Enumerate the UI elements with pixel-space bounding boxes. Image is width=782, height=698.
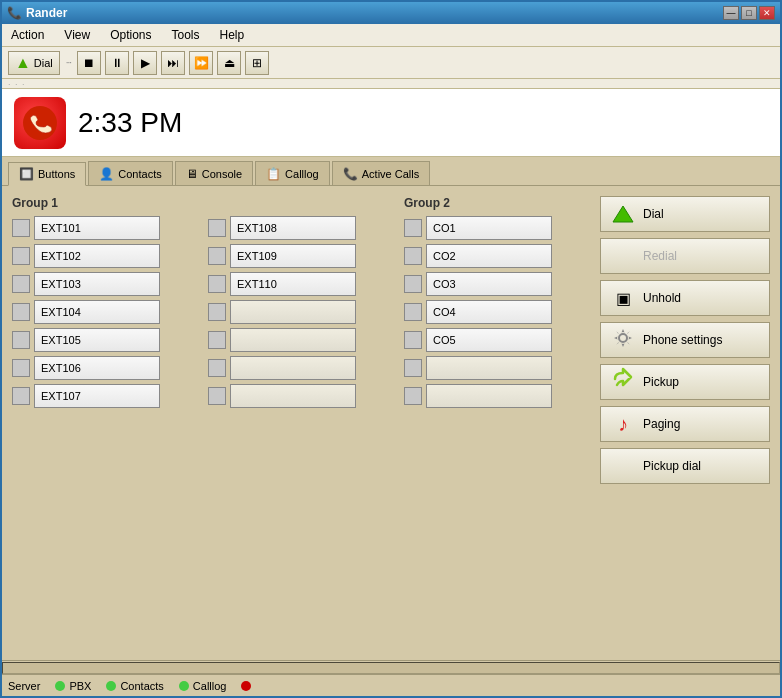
ext-button-ext107[interactable]: EXT107 xyxy=(34,384,160,408)
ext-button-ext103[interactable]: EXT103 xyxy=(34,272,160,296)
group1-title: Group 1 xyxy=(12,196,198,210)
ext-button-ext101[interactable]: EXT101 xyxy=(34,216,160,240)
tab-console-label: Console xyxy=(202,168,242,180)
tab-calllog-label: Calllog xyxy=(285,168,319,180)
menu-tools[interactable]: Tools xyxy=(167,26,205,44)
pickup-icon xyxy=(611,367,635,397)
ext-indicator xyxy=(208,359,226,377)
menu-help[interactable]: Help xyxy=(215,26,250,44)
ext-button-ext105[interactable]: EXT105 xyxy=(34,328,160,352)
pbx-dot xyxy=(55,681,65,691)
ext-indicator xyxy=(404,219,422,237)
ext-button-ext104[interactable]: EXT104 xyxy=(34,300,160,324)
stop-button[interactable]: ⏹ xyxy=(77,51,101,75)
group1-col2-panel: Group 1 EXT108 EXT109 EXT110 xyxy=(208,196,394,650)
status-extra xyxy=(241,681,251,691)
ext-button-co1[interactable]: CO1 xyxy=(426,216,552,240)
tab-buttons[interactable]: 🔲 Buttons xyxy=(8,162,86,186)
list-item xyxy=(404,356,552,380)
pickup-button[interactable]: Pickup xyxy=(600,364,770,400)
menu-bar: Action View Options Tools Help xyxy=(2,24,780,47)
pickup-icon-svg xyxy=(611,367,635,391)
list-item: EXT103 xyxy=(12,272,160,296)
ext-button-co4[interactable]: CO4 xyxy=(426,300,552,324)
ext-indicator xyxy=(12,247,30,265)
ext-indicator xyxy=(208,303,226,321)
grid-button[interactable]: ⊞ xyxy=(245,51,269,75)
ext-button-empty1[interactable] xyxy=(230,300,356,324)
ext-button-ext102[interactable]: EXT102 xyxy=(34,244,160,268)
ext-indicator xyxy=(208,387,226,405)
title-bar: 📞 Rander — □ ✕ xyxy=(2,2,780,24)
ext-button-g2-empty2[interactable] xyxy=(426,384,552,408)
ext-button-ext109[interactable]: EXT109 xyxy=(230,244,356,268)
dial-toolbar-button[interactable]: ▲ Dial xyxy=(8,51,60,75)
ext-indicator xyxy=(12,331,30,349)
menu-options[interactable]: Options xyxy=(105,26,156,44)
minimize-button[interactable]: — xyxy=(723,6,739,20)
redial-button[interactable]: Redial xyxy=(600,238,770,274)
clock-time: 2:33 PM xyxy=(78,107,182,139)
fast-forward-button[interactable]: ⏭ xyxy=(161,51,185,75)
toolbar-grip: ··· xyxy=(66,57,71,68)
dial-button-label: Dial xyxy=(643,207,664,221)
dial-up-arrow-icon xyxy=(611,202,635,226)
list-item: EXT104 xyxy=(12,300,160,324)
server-label: Server xyxy=(8,680,40,692)
main-content: Group 1 EXT101 EXT102 EXT103 xyxy=(2,186,780,660)
ext-button-empty2[interactable] xyxy=(230,328,356,352)
phone-settings-button[interactable]: Phone settings xyxy=(600,322,770,358)
pickup-dial-button-label: Pickup dial xyxy=(643,459,701,473)
status-bar: Server PBX Contacts Calllog xyxy=(2,674,780,696)
list-item: CO1 xyxy=(404,216,552,240)
horizontal-scrollbar[interactable] xyxy=(2,660,780,674)
group1-panel: Group 1 EXT101 EXT102 EXT103 xyxy=(12,196,198,650)
skip-button[interactable]: ⏩ xyxy=(189,51,213,75)
list-item xyxy=(208,300,356,324)
toolbar: ▲ Dial ··· ⏹ ⏸ ▶ ⏭ ⏩ ⏏ ⊞ xyxy=(2,47,780,79)
ext-button-co5[interactable]: CO5 xyxy=(426,328,552,352)
unhold-button[interactable]: ▣ Unhold xyxy=(600,280,770,316)
svg-point-2 xyxy=(619,334,627,342)
ext-button-empty3[interactable] xyxy=(230,356,356,380)
ext-button-empty4[interactable] xyxy=(230,384,356,408)
tab-contacts-label: Contacts xyxy=(118,168,161,180)
unhold-icon: ▣ xyxy=(611,289,635,308)
pickup-button-label: Pickup xyxy=(643,375,679,389)
contacts-dot xyxy=(106,681,116,691)
pbx-label: PBX xyxy=(69,680,91,692)
ext-button-ext108[interactable]: EXT108 xyxy=(230,216,356,240)
play-button[interactable]: ▶ xyxy=(133,51,157,75)
ext-indicator xyxy=(12,275,30,293)
list-item: CO4 xyxy=(404,300,552,324)
unhold-button-label: Unhold xyxy=(643,291,681,305)
title-bar-controls: — □ ✕ xyxy=(723,6,775,20)
menu-action[interactable]: Action xyxy=(6,26,49,44)
tab-contacts-icon: 👤 xyxy=(99,167,114,181)
ext-button-g2-empty1[interactable] xyxy=(426,356,552,380)
pickup-dial-button[interactable]: Pickup dial xyxy=(600,448,770,484)
ext-button-co3[interactable]: CO3 xyxy=(426,272,552,296)
ext-button-co2[interactable]: CO2 xyxy=(426,244,552,268)
ext-indicator xyxy=(404,387,422,405)
pause-button[interactable]: ⏸ xyxy=(105,51,129,75)
tab-calllog[interactable]: 📋 Calllog xyxy=(255,161,330,185)
ext-indicator xyxy=(208,331,226,349)
menu-view[interactable]: View xyxy=(59,26,95,44)
tab-calllog-icon: 📋 xyxy=(266,167,281,181)
group1-col2-buttons: EXT108 EXT109 EXT110 xyxy=(208,216,394,408)
dial-arrow-icon: ▲ xyxy=(15,54,31,72)
paging-button[interactable]: ♪ Paging xyxy=(600,406,770,442)
scrollbar-track[interactable] xyxy=(2,662,780,674)
dial-button[interactable]: Dial xyxy=(600,196,770,232)
maximize-button[interactable]: □ xyxy=(741,6,757,20)
ext-button-ext106[interactable]: EXT106 xyxy=(34,356,160,380)
tab-active-calls[interactable]: 📞 Active Calls xyxy=(332,161,430,185)
ext-button-ext110[interactable]: EXT110 xyxy=(230,272,356,296)
list-item xyxy=(404,384,552,408)
tab-console[interactable]: 🖥 Console xyxy=(175,161,253,185)
eject-button[interactable]: ⏏ xyxy=(217,51,241,75)
groups-area: Group 1 EXT101 EXT102 EXT103 xyxy=(12,196,590,650)
tab-contacts[interactable]: 👤 Contacts xyxy=(88,161,172,185)
close-button[interactable]: ✕ xyxy=(759,6,775,20)
